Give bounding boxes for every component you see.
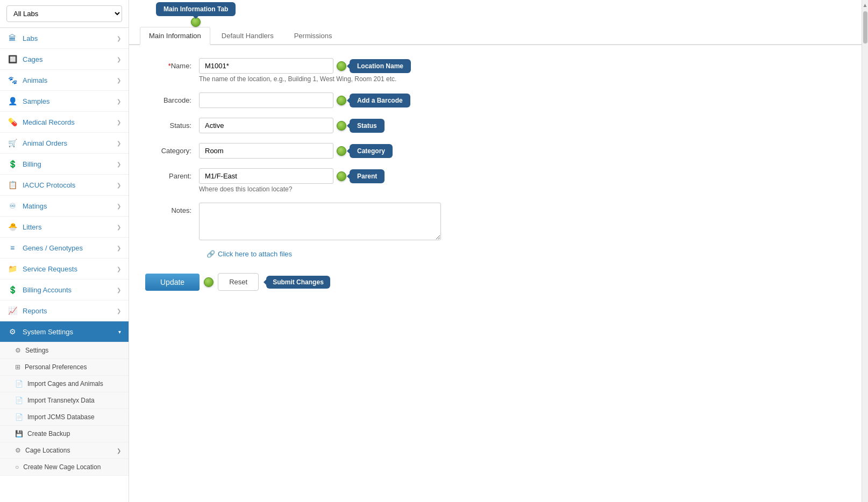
- sidebar-chevron-billing-accounts: ❯: [117, 287, 121, 293]
- sidebar-items-container: 🏛 Labs ❯ 🔲 Cages ❯ 🐾 Animals ❯ 👤 Samples…: [0, 28, 129, 476]
- sub-icon-5: 💾: [15, 430, 23, 438]
- labs-dropdown[interactable]: All Labs: [6, 5, 122, 22]
- form-buttons: Update Reset Submit Changes: [145, 273, 845, 291]
- tab-main-information[interactable]: Main Information: [140, 27, 210, 45]
- form-area: *Name: Location Name The name of the loc…: [129, 45, 862, 502]
- sub-label-5: Create Backup: [27, 430, 70, 438]
- parent-field-wrap: Parent Where does this location locate?: [199, 168, 385, 193]
- right-scrollbar[interactable]: ▲: [862, 0, 868, 502]
- name-input[interactable]: [199, 58, 333, 74]
- sidebar-item-litters[interactable]: 🐣 Litters ❯: [0, 217, 129, 238]
- sub-icon-1: ⊞: [15, 363, 20, 371]
- sub-label-2: Import Cages and Animals: [27, 380, 103, 388]
- sub-label-0: Settings: [25, 347, 48, 354]
- sidebar-icon-animal-orders: 🛒: [8, 138, 17, 148]
- sidebar-sub-item-5[interactable]: 💾 Create Backup: [0, 426, 129, 442]
- barcode-input[interactable]: [199, 92, 333, 108]
- sidebar-item-animal-orders[interactable]: 🛒 Animal Orders ❯: [0, 133, 129, 154]
- category-input[interactable]: [199, 143, 333, 159]
- reset-button[interactable]: Reset: [218, 273, 259, 291]
- tab-permissions[interactable]: Permissions: [285, 27, 341, 44]
- sub-icon-7: ○: [15, 463, 19, 471]
- sidebar-label-labs: Labs: [23, 34, 38, 42]
- sidebar-chevron-litters: ❯: [117, 224, 121, 230]
- sidebar-label-matings: Matings: [23, 202, 47, 210]
- sidebar-label-litters: Litters: [23, 223, 41, 231]
- category-tooltip: Category: [350, 144, 393, 158]
- submit-changes-tooltip: Submit Changes: [266, 276, 330, 289]
- name-field-wrap: Location Name The name of the location, …: [199, 58, 411, 83]
- sidebar-sub-item-4[interactable]: 📄 Import JCMS Database: [0, 409, 129, 426]
- sub-label-1: Personal Preferences: [25, 363, 87, 371]
- sub-chevron-6: ❯: [117, 448, 121, 454]
- name-tooltip: Location Name: [350, 59, 411, 73]
- parent-hint: Where does this location locate?: [199, 185, 385, 193]
- sidebar-chevron-cages: ❯: [117, 56, 121, 62]
- sub-label-7: Create New Cage Location: [23, 463, 101, 471]
- sidebar-icon-litters: 🐣: [8, 222, 17, 232]
- sub-icon-2: 📄: [15, 380, 23, 388]
- sidebar-chevron-reports: ❯: [117, 308, 121, 314]
- sidebar-icon-animals: 🐾: [8, 75, 17, 85]
- update-button[interactable]: Update: [145, 274, 200, 291]
- tab-default-handlers[interactable]: Default Handlers: [212, 27, 283, 44]
- sidebar-label-animal-orders: Animal Orders: [23, 139, 67, 147]
- sidebar-item-labs[interactable]: 🏛 Labs ❯: [0, 28, 129, 49]
- sidebar-label-billing-accounts: Billing Accounts: [23, 286, 72, 294]
- sidebar-icon-samples: 👤: [8, 96, 17, 106]
- sidebar-sub-item-3[interactable]: 📄 Import Transnetyx Data: [0, 392, 129, 409]
- sidebar-item-samples[interactable]: 👤 Samples ❯: [0, 91, 129, 112]
- status-input[interactable]: [199, 118, 333, 133]
- sidebar-item-billing-accounts[interactable]: 💲 Billing Accounts ❯: [0, 279, 129, 300]
- sidebar-icon-labs: 🏛: [8, 33, 17, 43]
- sidebar-item-reports[interactable]: 📈 Reports ❯: [0, 300, 129, 321]
- sidebar-label-reports: Reports: [23, 307, 47, 315]
- sidebar-item-service-requests[interactable]: 📁 Service Requests ❯: [0, 259, 129, 279]
- parent-row: Parent: Parent Where does this location …: [145, 168, 845, 193]
- attach-files-link[interactable]: 🔗 Click here to attach files: [207, 250, 845, 258]
- status-row: Status: Status: [145, 118, 845, 133]
- sidebar-sub-item-0[interactable]: ⚙ Settings: [0, 342, 129, 359]
- sidebar-icon-matings: ♾: [8, 201, 17, 211]
- status-field-wrap: Status: [199, 118, 385, 133]
- sidebar-item-genes[interactable]: ≡ Genes / Genotypes ❯: [0, 238, 129, 259]
- sidebar-icon-service-requests: 📁: [8, 264, 17, 274]
- sidebar-item-medical-records[interactable]: 💊 Medical Records ❯: [0, 112, 129, 133]
- sidebar-label-genes: Genes / Genotypes: [23, 244, 83, 252]
- parent-input[interactable]: [199, 168, 333, 184]
- sidebar-chevron-service-requests: ❯: [117, 266, 121, 272]
- barcode-row: Barcode: Add a Barcode: [145, 92, 845, 108]
- sidebar-chevron-billing: ❯: [117, 161, 121, 167]
- sidebar-icon-medical-records: 💊: [8, 117, 17, 127]
- scroll-up-arrow[interactable]: ▲: [862, 1, 868, 9]
- sidebar-chevron-animals: ❯: [117, 77, 121, 83]
- paperclip-icon: 🔗: [207, 250, 215, 258]
- category-field-wrap: Category: [199, 143, 393, 159]
- notes-label: Notes:: [145, 203, 199, 214]
- sidebar-sub-item-2[interactable]: 📄 Import Cages and Animals: [0, 376, 129, 392]
- name-hint: The name of the location, e.g., Building…: [199, 75, 411, 83]
- sub-icon-3: 📄: [15, 397, 23, 404]
- sidebar-item-matings[interactable]: ♾ Matings ❯: [0, 196, 129, 217]
- sidebar-label-medical-records: Medical Records: [23, 118, 75, 126]
- sidebar-item-cages[interactable]: 🔲 Cages ❯: [0, 49, 129, 70]
- status-label: Status:: [145, 118, 199, 130]
- sidebar-icon-billing-accounts: 💲: [8, 285, 17, 295]
- sidebar-chevron-iacuc: ❯: [117, 182, 121, 188]
- sidebar-label-samples: Samples: [23, 97, 50, 105]
- sub-icon-6: ⚙: [15, 447, 21, 454]
- attach-files-label: Click here to attach files: [218, 250, 292, 258]
- main-info-tab-tooltip: Main Information Tab: [156, 2, 236, 16]
- sidebar-item-billing[interactable]: 💲 Billing ❯: [0, 154, 129, 175]
- sidebar-icon-reports: 📈: [8, 306, 17, 315]
- notes-textarea[interactable]: [199, 203, 441, 240]
- sidebar: All Labs 🏛 Labs ❯ 🔲 Cages ❯ 🐾 Animals ❯ …: [0, 0, 129, 502]
- sidebar-sub-item-7[interactable]: ○ Create New Cage Location: [0, 459, 129, 476]
- sidebar-item-system-settings[interactable]: ⚙ System Settings ▾: [0, 321, 129, 342]
- sidebar-sub-item-6[interactable]: ⚙ Cage Locations ❯: [0, 442, 129, 459]
- sidebar-sub-item-1[interactable]: ⊞ Personal Preferences: [0, 359, 129, 376]
- sidebar-icon-iacuc: 📋: [8, 180, 17, 190]
- sidebar-item-iacuc[interactable]: 📋 IACUC Protocols ❯: [0, 175, 129, 196]
- sidebar-item-animals[interactable]: 🐾 Animals ❯: [0, 70, 129, 91]
- scroll-thumb[interactable]: [863, 11, 867, 44]
